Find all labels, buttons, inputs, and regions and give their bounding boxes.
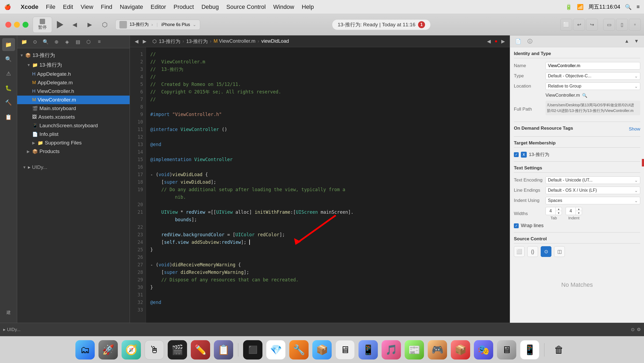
breadcrumb-file[interactable]: M ViewController.m	[214, 38, 255, 44]
maximize-button[interactable]	[23, 22, 28, 28]
folder-icon[interactable]: 📁	[20, 38, 28, 46]
tree-item-supporting[interactable]: ▶ 📁 Supporting Files	[17, 139, 130, 147]
navigator-btn-8[interactable]: ≡	[95, 38, 104, 46]
sidebar-build-icon[interactable]: 🔨	[2, 96, 15, 109]
tree-item-infoplist[interactable]: 📄 Info.plist	[17, 130, 130, 139]
tree-item-uidynamic[interactable]: ▼ ▸ UIDy...	[20, 163, 127, 172]
sc-btn-1[interactable]: ⬜	[514, 246, 525, 257]
layout-btn-1[interactable]: ⬜	[560, 19, 572, 31]
tree-item-group[interactable]: ▼ 📁 13-推行为	[17, 60, 130, 70]
breadcrumb-nav-right[interactable]: ▶	[500, 38, 507, 44]
run-button[interactable]	[54, 19, 66, 31]
menu-window[interactable]: Window	[273, 3, 294, 10]
navigator-btn-5[interactable]: ◈	[63, 38, 71, 46]
panel-btn-1[interactable]: ▭	[603, 19, 615, 31]
dock-app10[interactable]: 📱	[520, 340, 539, 360]
sc-btn-4[interactable]: ◫	[554, 246, 565, 257]
tab-increment-btn[interactable]: ▲	[556, 207, 562, 211]
target-checkbox[interactable]: ✓	[514, 152, 519, 157]
dock-app6[interactable]: 🎮	[428, 340, 447, 360]
dock-app3[interactable]: 📱	[358, 340, 378, 360]
debug-filter-btn[interactable]: ⊙	[631, 327, 635, 332]
menu-xcode[interactable]: Xcode	[21, 3, 38, 10]
tree-item-assets[interactable]: 🖼 Assets.xcassets	[17, 113, 130, 121]
name-input[interactable]	[546, 62, 640, 70]
rp-nav-up[interactable]: ▲	[623, 37, 631, 46]
menu-product[interactable]: Product	[174, 3, 194, 10]
rph-file-btn[interactable]: 📄	[513, 37, 523, 46]
dock-app8[interactable]: 🎭	[474, 340, 493, 360]
breadcrumb-group[interactable]: 13-推行为	[186, 38, 208, 45]
tab-stepper[interactable]: 4 ▲ ▼	[546, 207, 562, 215]
dock-unknown[interactable]: 🔧	[289, 340, 309, 360]
tree-item-mainstoryboard[interactable]: 🎬 Main.storyboard	[17, 104, 130, 113]
dock-app4[interactable]: 🎵	[382, 340, 401, 360]
dock-pen[interactable]: ✏️	[191, 340, 210, 360]
dock-clipboard[interactable]: 📋	[214, 340, 233, 360]
wrap-lines-checkbox[interactable]: ✓	[514, 223, 519, 228]
indent-increment-btn[interactable]: ▲	[576, 207, 582, 211]
dock-terminal[interactable]: ⬛	[243, 340, 262, 360]
sidebar-navigator-icon[interactable]: 📁	[2, 38, 15, 51]
tab-stepper-btns[interactable]: ▲ ▼	[555, 207, 562, 215]
reveal-in-finder-btn[interactable]: 🔍	[582, 93, 587, 98]
sidebar-warning-icon[interactable]: ⚠	[2, 67, 15, 80]
dock-mouse[interactable]: 🖱	[145, 340, 164, 360]
tree-item-products[interactable]: ▶ 📦 Products	[17, 147, 130, 156]
rp-nav-down[interactable]: ▼	[632, 37, 641, 46]
breadcrumb-nav-left[interactable]: ◀	[485, 38, 492, 44]
dock-app9[interactable]: 🖥	[497, 340, 516, 360]
editor-back-btn[interactable]: ◀	[133, 38, 140, 45]
sidebar-build-phases-icon[interactable]: 建	[2, 306, 15, 319]
indent-using-select[interactable]: Spaces ⌄	[546, 197, 640, 204]
search-icon[interactable]: 🔍	[625, 4, 632, 10]
close-button[interactable]	[5, 22, 11, 28]
tree-item-appdelegateh[interactable]: H AppDelegate.h	[17, 70, 130, 78]
code-lines-content[interactable]: // // ViewController.m // 13-推行为 // // C…	[146, 47, 510, 336]
rph-info-btn[interactable]: ⓘ	[525, 37, 535, 46]
dock-app7[interactable]: 📦	[451, 340, 470, 360]
panel-btn-3[interactable]: ▫	[629, 19, 641, 31]
layout-btn-2[interactable]: ↩	[573, 19, 585, 31]
encoding-select[interactable]: Default - Unicode (UT... ⌄	[546, 176, 640, 184]
menu-navigate[interactable]: Navigate	[120, 3, 143, 10]
dock-video[interactable]: 🎬	[168, 340, 187, 360]
menu-file[interactable]: File	[46, 3, 55, 10]
indent-stepper[interactable]: 4 ▲ ▼	[566, 207, 582, 215]
sc-btn-3[interactable]: ⊙	[541, 246, 551, 257]
sidebar-report-icon[interactable]: 📋	[2, 111, 15, 124]
breadcrumb-project[interactable]: 13-推行为	[159, 38, 180, 45]
dock-app2[interactable]: 🖥	[335, 340, 355, 360]
forward-button[interactable]: ▶	[83, 18, 96, 31]
menu-view[interactable]: View	[80, 3, 93, 10]
layout-btn-3[interactable]: ↪	[586, 19, 598, 31]
dock-launchpad[interactable]: 🚀	[98, 340, 118, 360]
breadcrumb-method[interactable]: viewDidLoad	[261, 38, 289, 44]
dock-app1[interactable]: 📦	[312, 340, 332, 360]
dock-trash[interactable]: 🗑	[549, 340, 569, 360]
menu-find[interactable]: Find	[101, 3, 112, 10]
tree-item-viewcontrollerm[interactable]: M ViewController.m	[17, 96, 130, 104]
dock-finder[interactable]: 🗂	[75, 340, 95, 360]
apple-menu[interactable]: 🍎	[4, 4, 11, 10]
breakpoint-icon[interactable]: ⬡	[98, 18, 111, 31]
tree-item-launchscreen[interactable]: 📱 LaunchScreen.storyboard	[17, 121, 130, 130]
dock-app5[interactable]: 📰	[405, 340, 424, 360]
navigator-btn-3[interactable]: 🔍	[41, 38, 50, 46]
sidebar-debug-icon[interactable]: 🐛	[2, 82, 15, 95]
sidebar-search-icon[interactable]: 🔍	[2, 53, 15, 66]
navigator-btn-2[interactable]: ⊙	[31, 38, 39, 46]
indent-decrement-btn[interactable]: ▼	[576, 211, 582, 215]
line-endings-select[interactable]: Default - OS X / Unix (LF) ⌄	[546, 187, 640, 194]
back-button[interactable]: ◀	[68, 18, 81, 31]
location-select[interactable]: Relative to Group ⌄	[546, 82, 640, 90]
menu-edit[interactable]: Edit	[63, 3, 73, 10]
dock-sketch[interactable]: 💎	[266, 340, 286, 360]
tree-item-project[interactable]: ▼ 📦 13-推行为	[17, 50, 130, 60]
menu-icon[interactable]: ≡	[636, 4, 640, 10]
stop-button[interactable]: 暂停	[33, 17, 52, 33]
tab-decrement-btn[interactable]: ▼	[556, 211, 562, 215]
editor-forward-btn[interactable]: ▶	[141, 38, 148, 45]
minimize-button[interactable]	[14, 22, 20, 28]
indent-stepper-btns[interactable]: ▲ ▼	[576, 207, 582, 215]
